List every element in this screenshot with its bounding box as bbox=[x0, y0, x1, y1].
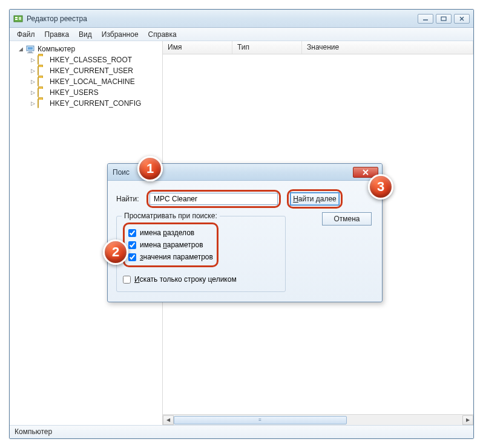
look-at-fieldset: Просматривать при поиске: имена разделов… bbox=[116, 216, 286, 292]
column-name[interactable]: Имя bbox=[163, 41, 232, 54]
checkbox-keys-label: имена разделов bbox=[140, 229, 194, 237]
expand-icon[interactable]: ▷ bbox=[29, 56, 36, 63]
menu-file[interactable]: Файл bbox=[12, 28, 40, 41]
folder-icon bbox=[38, 77, 47, 86]
checkbox-whole-string[interactable] bbox=[123, 276, 131, 284]
menu-view[interactable]: Вид bbox=[74, 28, 97, 41]
svg-rect-11 bbox=[27, 53, 33, 53]
annotation-highlight-1 bbox=[146, 190, 281, 208]
menu-edit[interactable]: Правка bbox=[40, 28, 74, 41]
dialog-body: Найти: Найти далее Отмена Просматривать … bbox=[108, 181, 382, 302]
fieldset-legend: Просматривать при поиске: bbox=[122, 212, 220, 220]
annotation-badge-2: 2 bbox=[103, 239, 128, 265]
maximize-button[interactable] bbox=[436, 14, 452, 24]
tree-label: HKEY_USERS bbox=[50, 88, 99, 97]
column-value[interactable]: Значение bbox=[302, 41, 473, 54]
tree-root[interactable]: ◢ Компьютер bbox=[15, 44, 162, 54]
svg-rect-1 bbox=[15, 17, 18, 18]
expand-icon[interactable]: ▷ bbox=[29, 100, 36, 107]
titlebar: Редактор реестра bbox=[10, 10, 473, 28]
scroll-left-icon[interactable]: ◀ bbox=[163, 415, 174, 425]
checkbox-data-label: значения параметров bbox=[140, 253, 213, 261]
checkbox-data[interactable] bbox=[128, 253, 136, 261]
annotation-badge-1: 1 bbox=[137, 156, 163, 181]
find-label: Найти: bbox=[116, 195, 146, 203]
annotation-highlight-3: Найти далее bbox=[287, 189, 343, 209]
tree-label: HKEY_CLASSES_ROOT bbox=[50, 56, 132, 64]
tree-label: Компьютер bbox=[38, 45, 75, 53]
expand-icon[interactable]: ▷ bbox=[29, 78, 36, 85]
status-text: Компьютер bbox=[15, 427, 52, 436]
menu-favorites[interactable]: Избранное bbox=[97, 28, 143, 41]
tree-hive[interactable]: ▷ HKEY_LOCAL_MACHINE bbox=[15, 76, 162, 87]
checkbox-values[interactable] bbox=[128, 241, 136, 249]
tree-hive[interactable]: ▷ HKEY_CURRENT_USER bbox=[15, 65, 162, 76]
scroll-thumb[interactable]: ≡ bbox=[174, 416, 347, 424]
menubar: Файл Правка Вид Избранное Справка bbox=[10, 28, 473, 41]
svg-rect-3 bbox=[19, 17, 21, 20]
column-type[interactable]: Тип bbox=[232, 41, 302, 54]
find-row: Найти: Найти далее bbox=[116, 189, 373, 209]
find-input[interactable] bbox=[150, 193, 278, 205]
folder-icon bbox=[38, 99, 47, 108]
checkbox-keys[interactable] bbox=[128, 229, 136, 237]
computer-icon bbox=[25, 45, 35, 53]
svg-rect-9 bbox=[28, 47, 33, 50]
regedit-icon bbox=[13, 14, 23, 24]
expand-icon[interactable]: ▷ bbox=[29, 67, 36, 74]
tree-label: HKEY_CURRENT_USER bbox=[50, 67, 133, 75]
list-header: Имя Тип Значение bbox=[163, 41, 473, 54]
folder-icon bbox=[38, 56, 47, 64]
scroll-right-icon[interactable]: ▶ bbox=[462, 415, 473, 425]
tree-hive[interactable]: ▷ HKEY_CLASSES_ROOT bbox=[15, 54, 162, 65]
window-title: Редактор реестра bbox=[27, 15, 418, 23]
svg-rect-10 bbox=[28, 51, 32, 53]
expand-icon[interactable]: ▷ bbox=[29, 89, 36, 96]
checkbox-values-row: имена параметров bbox=[128, 239, 213, 251]
tree-hive[interactable]: ▷ HKEY_USERS bbox=[15, 87, 162, 98]
folder-icon bbox=[38, 67, 47, 75]
cancel-button[interactable]: Отмена bbox=[322, 212, 372, 226]
window-controls bbox=[418, 14, 470, 24]
checkbox-whole-row: Искать только строку целиком bbox=[123, 273, 279, 285]
menu-help[interactable]: Справка bbox=[143, 28, 182, 41]
statusbar: Компьютер bbox=[10, 425, 473, 438]
checkbox-values-label: имена параметров bbox=[140, 241, 203, 249]
tree-hive[interactable]: ▷ HKEY_CURRENT_CONFIG bbox=[15, 98, 162, 109]
checkbox-data-row: значения параметров bbox=[128, 251, 213, 263]
scroll-track[interactable]: ≡ bbox=[174, 415, 462, 425]
annotation-badge-3: 3 bbox=[368, 174, 393, 200]
svg-rect-2 bbox=[15, 19, 18, 20]
checkbox-whole-label: Искать только строку целиком bbox=[134, 275, 237, 284]
minimize-button[interactable] bbox=[418, 14, 433, 24]
checkbox-keys-row: имена разделов bbox=[128, 227, 213, 239]
collapse-icon[interactable]: ◢ bbox=[17, 45, 24, 53]
horizontal-scrollbar[interactable]: ◀ ≡ ▶ bbox=[163, 414, 473, 425]
svg-rect-5 bbox=[441, 17, 446, 21]
find-dialog: Поис Найти: Найти далее Отмена Просматри… bbox=[107, 163, 383, 302]
annotation-highlight-2: имена разделов имена параметров значения… bbox=[123, 222, 218, 267]
folder-icon bbox=[38, 88, 47, 97]
find-next-button[interactable]: Найти далее bbox=[290, 192, 340, 206]
tree-label: HKEY_LOCAL_MACHINE bbox=[50, 77, 135, 86]
tree-label: HKEY_CURRENT_CONFIG bbox=[50, 99, 141, 108]
close-button[interactable] bbox=[454, 14, 470, 24]
